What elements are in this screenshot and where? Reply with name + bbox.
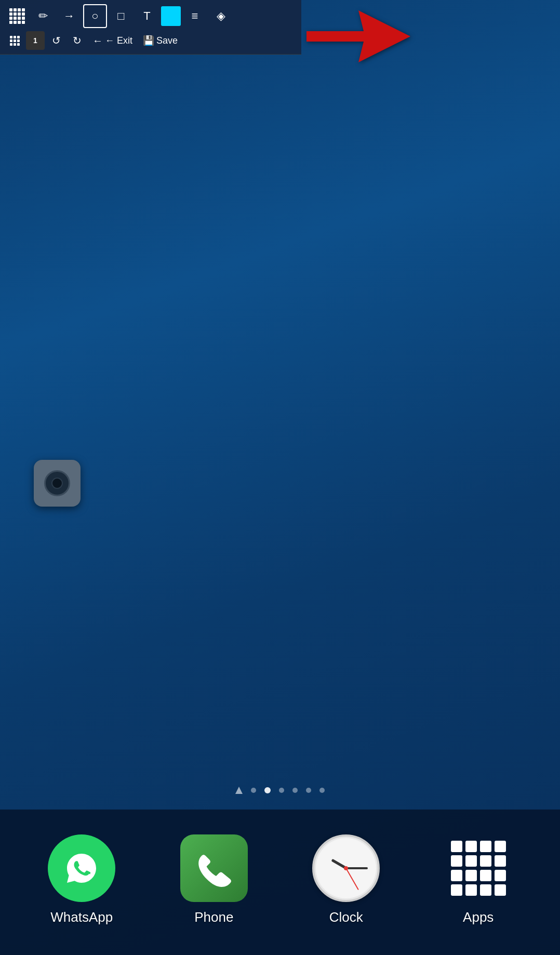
save-button[interactable]: 💾 Save (139, 33, 182, 48)
save-label: Save (156, 35, 178, 46)
small-grid-icon (10, 36, 20, 46)
red-arrow-annotation (306, 10, 410, 64)
annotation-toolbar: ✏ → ○ □ T ≡ ◈ 1 ↺ ↻ ← ← Exit 💾 Save (0, 0, 301, 55)
camera-icon (34, 460, 81, 507)
exit-label: ← Exit (105, 35, 132, 46)
redo-button[interactable]: ↻ (68, 31, 86, 50)
fill-tool-button[interactable]: ◈ (209, 4, 233, 28)
page-dot-5[interactable] (306, 788, 311, 793)
minute-hand (346, 867, 368, 869)
apps-icon (445, 834, 512, 902)
dock-item-apps[interactable]: Apps (426, 834, 530, 925)
svg-marker-0 (306, 10, 410, 62)
camera-lens-inner (51, 478, 63, 489)
grid-icon (9, 8, 25, 24)
phone-icon (180, 834, 248, 902)
home-indicator[interactable] (235, 787, 243, 794)
whatsapp-svg (61, 847, 102, 889)
clock-center-dot (344, 866, 348, 870)
exit-arrow-icon: ← (92, 35, 103, 47)
lines-tool-button[interactable]: ≡ (183, 4, 207, 28)
page-dot-6[interactable] (319, 788, 325, 793)
dock-item-clock[interactable]: Clock (294, 834, 398, 925)
clock-label: Clock (329, 909, 363, 925)
save-disk-icon: 💾 (143, 35, 154, 46)
clock-face (316, 838, 376, 898)
dock-item-phone[interactable]: Phone (162, 834, 266, 925)
number-tool-button[interactable]: 1 (26, 31, 45, 50)
red-arrow-svg (306, 10, 410, 62)
dock-item-whatsapp[interactable]: WhatsApp (30, 834, 134, 925)
camera-lens (44, 470, 70, 496)
rect-tool-button[interactable]: □ (109, 4, 133, 28)
phone-svg (194, 848, 233, 887)
camera-widget[interactable] (31, 457, 83, 509)
grid-tool-button[interactable] (5, 4, 29, 28)
whatsapp-icon (48, 834, 115, 902)
page-indicators (235, 787, 325, 794)
page-dot-3[interactable] (279, 788, 284, 793)
undo-button[interactable]: ↺ (47, 31, 65, 50)
phone-label: Phone (194, 909, 233, 925)
small-grid-button[interactable] (5, 31, 24, 50)
arrow-tool-button[interactable]: → (57, 4, 81, 28)
page-dot-2-active[interactable] (264, 787, 271, 793)
exit-button[interactable]: ← ← Exit (88, 33, 137, 49)
whatsapp-label: WhatsApp (50, 909, 113, 925)
page-dot-4[interactable] (292, 788, 298, 793)
clock-icon (312, 834, 380, 902)
app-dock: WhatsApp Phone Clock (0, 810, 560, 955)
page-dot-1[interactable] (251, 788, 256, 793)
toolbar-row-1: ✏ → ○ □ T ≡ ◈ (5, 4, 296, 28)
text-tool-button[interactable]: T (135, 4, 159, 28)
second-hand (345, 868, 359, 890)
toolbar-row-2: 1 ↺ ↻ ← ← Exit 💾 Save (5, 31, 296, 50)
pencil-tool-button[interactable]: ✏ (31, 4, 55, 28)
apps-label: Apps (463, 909, 494, 925)
apps-grid (451, 841, 506, 896)
circle-tool-button[interactable]: ○ (83, 4, 107, 28)
color-swatch[interactable] (161, 6, 181, 26)
